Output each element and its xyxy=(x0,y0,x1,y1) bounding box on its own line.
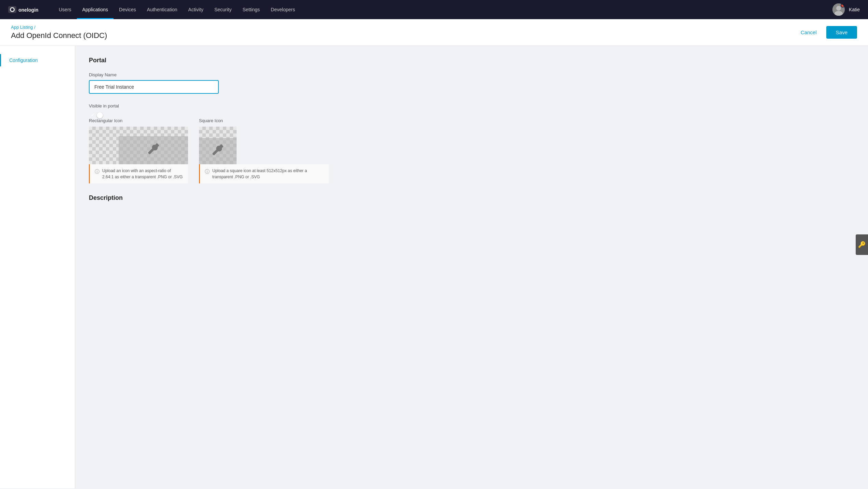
visible-in-portal-label: Visible in portal xyxy=(89,103,854,108)
rect-icon-info-text: Upload an icon with an aspect-ratio of 2… xyxy=(102,168,183,180)
nav-item-security[interactable]: Security xyxy=(209,0,237,19)
content-area: Portal Display Name Visible in portal ✓ … xyxy=(75,46,868,488)
display-name-group: Display Name xyxy=(89,72,854,94)
rectangular-icon-block: Rectangular Icon ⓘ Upload an icon with a… xyxy=(89,118,188,183)
side-widget-icon: 🔑 xyxy=(858,241,866,248)
main-layout: Configuration Portal Display Name Visibl… xyxy=(0,46,868,488)
icon-upload-row: Rectangular Icon ⓘ Upload an icon with a… xyxy=(89,118,854,183)
toggle-check-icon: ✓ xyxy=(91,113,94,117)
display-name-label: Display Name xyxy=(89,72,854,77)
sidebar-item-label: Configuration xyxy=(9,57,38,63)
square-icon-preview[interactable] xyxy=(199,127,237,164)
square-icon-block: Square Icon ⓘ Upload a square icon at le… xyxy=(199,118,329,183)
portal-section-title: Portal xyxy=(89,57,854,64)
svg-point-5 xyxy=(836,6,841,11)
page-header-left: App Listing / Add OpenId Connect (OIDC) xyxy=(11,25,107,40)
nav-item-authentication[interactable]: Authentication xyxy=(142,0,183,19)
nav-item-applications[interactable]: Applications xyxy=(77,0,114,19)
navbar: onelogin Users Applications Devices Auth… xyxy=(0,0,868,19)
rect-icon-preview[interactable] xyxy=(89,127,188,164)
side-widget[interactable]: 🔑 xyxy=(856,234,868,255)
breadcrumb-separator: / xyxy=(34,25,36,30)
cancel-button[interactable]: Cancel xyxy=(795,27,822,38)
square-icon-overlay xyxy=(199,138,237,164)
nav-item-activity[interactable]: Activity xyxy=(183,0,209,19)
username-label: Katie xyxy=(849,7,860,12)
rect-icon-label: Rectangular Icon xyxy=(89,118,188,123)
info-icon-square: ⓘ xyxy=(205,168,210,175)
svg-point-2 xyxy=(11,8,14,11)
rect-icon-overlay xyxy=(119,136,188,165)
nav-item-developers[interactable]: Developers xyxy=(265,0,301,19)
wrench-icon-square xyxy=(211,143,225,159)
visible-in-portal-group: Visible in portal ✓ xyxy=(89,103,854,108)
wrench-icon xyxy=(147,142,160,158)
nav-menu: Users Applications Devices Authenticatio… xyxy=(53,0,832,19)
description-section-title: Description xyxy=(89,194,854,202)
square-icon-label: Square Icon xyxy=(199,118,329,123)
page-title: Add OpenId Connect (OIDC) xyxy=(11,31,107,40)
nav-item-users[interactable]: Users xyxy=(53,0,77,19)
square-icon-info-box: ⓘ Upload a square icon at least 512x512p… xyxy=(199,164,329,183)
breadcrumb: App Listing / xyxy=(11,25,107,30)
page-header: App Listing / Add OpenId Connect (OIDC) … xyxy=(0,19,868,46)
nav-item-devices[interactable]: Devices xyxy=(113,0,142,19)
avatar[interactable] xyxy=(832,3,845,16)
sidebar-item-configuration[interactable]: Configuration xyxy=(0,54,75,66)
rect-icon-info-box: ⓘ Upload an icon with an aspect-ratio of… xyxy=(89,164,188,183)
save-button[interactable]: Save xyxy=(826,26,857,39)
page-header-actions: Cancel Save xyxy=(795,26,857,39)
info-icon-rect: ⓘ xyxy=(95,168,99,175)
sidebar: Configuration xyxy=(0,46,75,488)
nav-item-settings[interactable]: Settings xyxy=(237,0,266,19)
toggle-thumb xyxy=(97,112,103,118)
breadcrumb-link[interactable]: App Listing xyxy=(11,25,33,30)
display-name-input[interactable] xyxy=(89,80,219,94)
square-icon-info-text: Upload a square icon at least 512x512px … xyxy=(212,168,324,180)
svg-text:onelogin: onelogin xyxy=(18,7,38,13)
nav-right: Katie xyxy=(832,3,860,16)
notification-badge xyxy=(841,3,845,8)
logo[interactable]: onelogin xyxy=(8,5,42,14)
